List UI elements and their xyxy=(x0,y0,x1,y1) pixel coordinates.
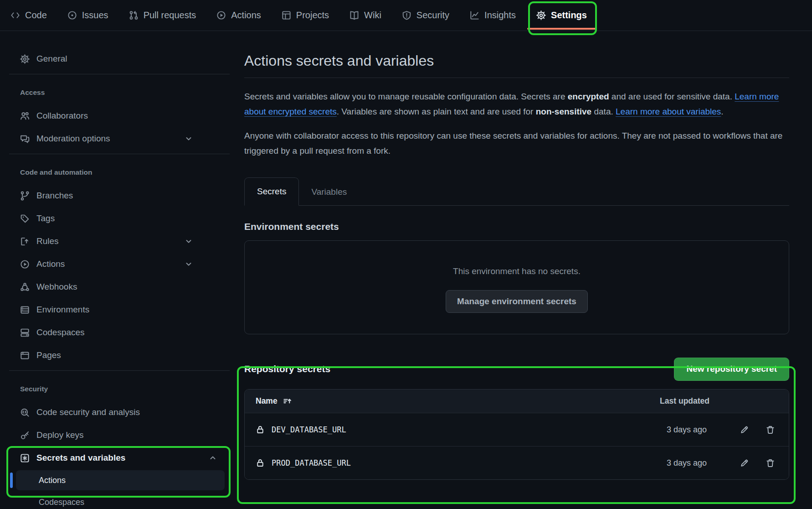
sidebar-divider xyxy=(9,370,230,371)
lock-icon xyxy=(256,458,265,467)
code-icon xyxy=(10,10,20,20)
gear-icon xyxy=(536,10,546,20)
sidebar-item-branches[interactable]: Branches xyxy=(0,184,238,207)
sidebar-item-label: General xyxy=(36,54,67,64)
secret-updated: 3 days ago xyxy=(648,458,707,468)
sidebar-item-label: Environments xyxy=(36,305,89,315)
nav-tab-label: Projects xyxy=(296,10,329,21)
sidebar-item-label: Deploy keys xyxy=(36,430,84,440)
sidebar-item-secrets-and-variables[interactable]: Secrets and variables xyxy=(0,447,238,469)
nav-tab-label: Insights xyxy=(484,10,516,21)
sidebar-section-header-code-automation: Code and automation xyxy=(20,167,238,178)
projects-icon xyxy=(282,10,291,20)
sidebar-item-label: Moderation options xyxy=(36,134,110,144)
chevron-down-icon xyxy=(185,237,193,245)
environment-empty-text: This environment has no secrets. xyxy=(453,265,581,277)
manage-environment-secrets-button[interactable]: Manage environment secrets xyxy=(446,290,588,313)
sidebar-subitem-secrets-actions[interactable]: Actions xyxy=(0,469,238,491)
chevron-down-icon xyxy=(185,135,193,143)
shield-icon xyxy=(402,10,411,20)
sidebar-item-label: Branches xyxy=(36,191,73,201)
browser-icon xyxy=(20,351,30,360)
environment-secrets-heading: Environment secrets xyxy=(244,220,789,233)
delete-trash-icon[interactable] xyxy=(766,425,775,435)
sidebar-item-general[interactable]: General xyxy=(0,47,238,70)
sidebar-item-deploy-keys[interactable]: Deploy keys xyxy=(0,424,238,447)
nav-tab-label: Code xyxy=(25,10,47,21)
nav-tab-label: Settings xyxy=(551,10,587,21)
active-subitem-indicator xyxy=(10,473,13,488)
codescan-icon xyxy=(20,408,30,417)
intro-text: Secrets and variables allow you to manag… xyxy=(244,89,784,119)
sidebar-item-tags[interactable]: Tags xyxy=(0,207,238,230)
tab-secrets[interactable]: Secrets xyxy=(244,177,299,206)
sidebar-item-webhooks[interactable]: Webhooks xyxy=(0,275,238,298)
nav-tab-issues[interactable]: Issues xyxy=(67,0,108,31)
webhook-icon xyxy=(20,282,30,292)
sidebar-item-label: Secrets and variables xyxy=(36,453,125,463)
nav-tab-security[interactable]: Security xyxy=(402,0,449,31)
play-icon xyxy=(20,260,30,269)
active-tab-underline xyxy=(527,28,596,30)
nav-tab-settings[interactable]: Settings xyxy=(536,0,587,31)
secret-updated: 3 days ago xyxy=(648,425,707,435)
pull-request-icon xyxy=(129,10,139,20)
key-icon xyxy=(20,431,30,440)
nav-tab-insights[interactable]: Insights xyxy=(470,0,516,31)
nav-tab-code[interactable]: Code xyxy=(10,0,47,31)
sidebar-item-actions[interactable]: Actions xyxy=(0,253,238,275)
sidebar-item-code-security[interactable]: Code security and analysis xyxy=(0,401,238,424)
sidebar-item-moderation-options[interactable]: Moderation options xyxy=(0,127,238,150)
repository-secrets-header-row: Repository secrets New repository secret xyxy=(244,357,789,381)
title-divider xyxy=(244,78,789,78)
sidebar-item-environments[interactable]: Environments xyxy=(0,298,238,321)
sidebar-item-rules[interactable]: Rules xyxy=(0,230,238,253)
secrets-variables-tabs: Secrets Variables xyxy=(244,177,789,206)
sidebar-item-label: Tags xyxy=(36,213,55,223)
repository-secrets-table: Name Last updated DEV_DATABASE_URL 3 day… xyxy=(244,389,789,480)
tab-variables[interactable]: Variables xyxy=(299,178,359,206)
settings-sidebar: General Access Collaborators Moderation … xyxy=(0,31,238,509)
sidebar-item-label: Collaborators xyxy=(36,111,88,121)
sidebar-divider xyxy=(9,154,230,154)
git-branch-icon xyxy=(20,191,30,201)
sidebar-item-label: Code security and analysis xyxy=(36,407,140,417)
sidebar-divider xyxy=(9,74,230,74)
nav-tab-pull-requests[interactable]: Pull requests xyxy=(129,0,196,31)
last-updated-column-header: Last updated xyxy=(650,396,709,406)
sidebar-item-pages[interactable]: Pages xyxy=(0,344,238,367)
issue-icon xyxy=(67,10,77,20)
emphasized-text: encrypted xyxy=(568,92,609,101)
comment-discussion-icon xyxy=(20,134,30,144)
people-icon xyxy=(20,111,30,121)
repository-secrets-heading: Repository secrets xyxy=(244,364,330,374)
fork-note-text: Anyone with collaborator access to this … xyxy=(244,128,784,158)
key-asterisk-icon xyxy=(20,453,30,463)
repo-nav: Code Issues Pull requests Actions Projec… xyxy=(0,0,812,31)
sidebar-item-collaborators[interactable]: Collaborators xyxy=(0,104,238,127)
new-repository-secret-button[interactable]: New repository secret xyxy=(674,358,789,381)
sidebar-section-header-security: Security xyxy=(20,384,238,395)
table-header-row: Name Last updated xyxy=(245,390,789,413)
codespaces-icon xyxy=(20,328,30,338)
rules-icon xyxy=(20,237,30,246)
sidebar-subitem-secrets-codespaces[interactable]: Codespaces xyxy=(0,491,238,509)
emphasized-text: non-sensitive xyxy=(536,107,591,116)
nav-tab-projects[interactable]: Projects xyxy=(282,0,329,31)
sidebar-subitem-label: Codespaces xyxy=(39,498,84,507)
delete-trash-icon[interactable] xyxy=(766,458,775,468)
sidebar-item-codespaces[interactable]: Codespaces xyxy=(0,321,238,344)
edit-pencil-icon[interactable] xyxy=(740,425,749,435)
name-column-header[interactable]: Name xyxy=(256,396,278,406)
learn-more-link[interactable]: Learn more about variables xyxy=(616,107,721,116)
nav-tab-label: Actions xyxy=(231,10,261,21)
graph-icon xyxy=(470,10,479,20)
tag-icon xyxy=(20,214,30,223)
nav-tab-actions[interactable]: Actions xyxy=(216,0,261,31)
sidebar-subitem-label: Actions xyxy=(39,476,66,485)
sidebar-item-label: Codespaces xyxy=(36,327,85,338)
edit-pencil-icon[interactable] xyxy=(740,458,749,468)
sidebar-item-label: Webhooks xyxy=(36,282,77,292)
nav-tab-wiki[interactable]: Wiki xyxy=(349,0,381,31)
sort-ascending-icon[interactable] xyxy=(283,397,292,405)
